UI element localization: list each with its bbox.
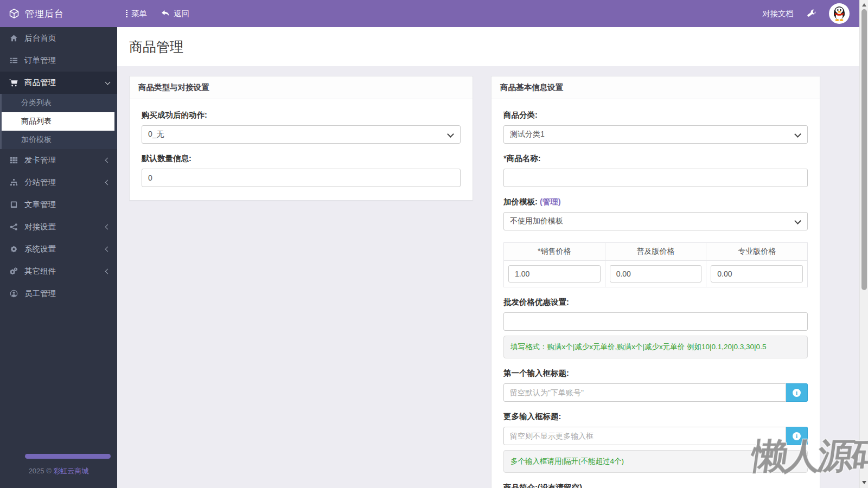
copyright-link[interactable]: 彩虹云商城 [53, 467, 88, 475]
sidebar: 后台首页 订单管理 商品管理 分类列表 商品列表 加价模板 发卡管理 [0, 27, 117, 488]
cogs-icon [9, 267, 18, 275]
first-input-title-label: 第一个输入框标题: [503, 368, 808, 378]
copyright-text: 2025 © [29, 467, 54, 475]
sidebar-item-substations[interactable]: 分站管理 [0, 171, 117, 194]
menu-button[interactable]: 菜单 [126, 9, 147, 19]
sidebar-item-label: 对接设置 [24, 222, 56, 232]
sidebar-item-cards[interactable]: 发卡管理 [0, 149, 117, 171]
selected-value: 不使用加价模板 [510, 216, 563, 226]
card-title: 商品基本信息设置 [492, 76, 820, 99]
wrench-icon[interactable] [807, 9, 816, 18]
chevron-left-icon [105, 224, 111, 230]
scroll-up-arrow-icon[interactable] [862, 3, 866, 7]
price-cell [605, 261, 706, 287]
sidebar-item-system-settings[interactable]: 系统设置 [0, 238, 117, 260]
wholesale-label: 批发价格优惠设置: [503, 297, 808, 307]
vertical-scrollbar[interactable] [859, 0, 868, 488]
sitemap-icon [9, 178, 18, 187]
pro-version-price-input[interactable] [711, 265, 803, 282]
top-header: 管理后台 菜单 返回 对接文档 [0, 0, 859, 27]
chevron-left-icon [105, 158, 111, 163]
markup-template-select[interactable]: 不使用加价模板 [503, 212, 808, 230]
sidebar-item-label: 后台首页 [24, 33, 56, 43]
info-button[interactable] [786, 383, 808, 402]
more-input-group [503, 427, 808, 445]
product-name-label: *商品名称: [503, 153, 808, 164]
sidebar-item-dashboard[interactable]: 后台首页 [0, 27, 117, 49]
sidebar-item-other-components[interactable]: 其它组件 [0, 260, 117, 282]
price-col-header: *销售价格 [504, 243, 605, 261]
chevron-down-icon [105, 79, 111, 85]
sidebar-item-products[interactable]: 商品管理 [0, 72, 117, 94]
card-body: 商品分类: 测试分类1 *商品名称: 加价模板: (管理) 不使用加价模板 *销… [492, 99, 820, 488]
back-button[interactable]: 返回 [161, 9, 189, 19]
description-label: 商品简介:(没有请留空) [503, 483, 808, 488]
wholesale-discount-input[interactable] [503, 312, 808, 331]
share-icon [9, 223, 18, 231]
top-right: 对接文档 [762, 3, 859, 24]
markup-template-label-text: 加价模板: [503, 197, 538, 206]
chevron-left-icon [105, 269, 111, 274]
grid-icon [9, 156, 18, 164]
sidebar-footer: 2025 © 彩虹云商城 [0, 454, 117, 488]
selected-value: 测试分类1 [510, 130, 545, 139]
sidebar-subitem-markup-template[interactable]: 加价模板 [2, 131, 117, 149]
manage-link[interactable]: (管理) [540, 197, 561, 206]
sidebar-subitem-product-list[interactable]: 商品列表 [2, 112, 114, 131]
more-input-title-label: 更多输入框标题: [503, 412, 808, 422]
list-icon [9, 56, 18, 65]
brand[interactable]: 管理后台 [0, 8, 117, 20]
sidebar-item-orders[interactable]: 订单管理 [0, 49, 117, 72]
top-nav: 菜单 返回 [117, 9, 762, 19]
cart-icon [9, 79, 18, 87]
sidebar-item-label: 订单管理 [24, 55, 56, 66]
sidebar-item-api-settings[interactable]: 对接设置 [0, 216, 117, 238]
first-input-title-input[interactable] [503, 383, 786, 402]
chevron-left-icon [105, 180, 111, 185]
gear-icon [9, 245, 18, 253]
card-title: 商品类型与对接设置 [130, 76, 473, 99]
price-cell [706, 261, 808, 287]
book-icon [9, 201, 18, 209]
more-input-title-input[interactable] [503, 427, 786, 445]
default-quantity-input[interactable] [142, 169, 461, 187]
content: 商品类型与对接设置 购买成功后的动作: 0_无 默认数量信息: 商品基本信息设置… [117, 66, 859, 488]
main-area: 商品管理 商品类型与对接设置 购买成功后的动作: 0_无 默认数量信息: 商品基… [117, 0, 859, 488]
docs-link[interactable]: 对接文档 [762, 9, 794, 19]
sidebar-subitem-category-list[interactable]: 分类列表 [2, 94, 117, 112]
page-title: 商品管理 [129, 38, 183, 56]
price-cell [504, 261, 605, 287]
info-button[interactable] [786, 427, 808, 445]
after-purchase-action-select[interactable]: 0_无 [142, 125, 461, 144]
sidebar-item-label: 其它组件 [24, 266, 56, 277]
menu-label: 菜单 [131, 9, 147, 19]
product-category-select[interactable]: 测试分类1 [503, 125, 808, 144]
products-submenu: 分类列表 商品列表 加价模板 [0, 94, 117, 149]
sidebar-item-staff[interactable]: 员工管理 [0, 282, 117, 305]
sidebar-item-label: 文章管理 [24, 200, 56, 210]
first-input-group [503, 383, 808, 402]
scrollbar-thumb[interactable] [861, 9, 867, 290]
product-name-input[interactable] [503, 169, 808, 187]
cube-logo-icon [9, 8, 20, 19]
chevron-left-icon [105, 247, 111, 252]
action-label: 购买成功后的动作: [142, 110, 461, 120]
sidebar-item-articles[interactable]: 文章管理 [0, 194, 117, 216]
sale-price-input[interactable] [508, 265, 601, 282]
sidebar-item-label: 商品管理 [24, 78, 56, 88]
sidebar-item-label: 发卡管理 [24, 155, 56, 165]
home-icon [9, 34, 18, 42]
wholesale-hint: 填写格式：购满x个|减少x元单价,购满x个|减少x元单价 例如10|0.1,20… [503, 336, 808, 358]
category-label: 商品分类: [503, 110, 808, 120]
card-product-type: 商品类型与对接设置 购买成功后的动作: 0_无 默认数量信息: [129, 76, 473, 201]
sidebar-item-label: 分站管理 [24, 177, 56, 188]
info-icon [793, 432, 801, 440]
qty-label: 默认数量信息: [142, 153, 461, 164]
scroll-down-arrow-icon[interactable] [862, 481, 866, 484]
basic-version-price-input[interactable] [610, 265, 702, 282]
menu-dots-icon [126, 10, 127, 17]
app-title: 管理后台 [25, 8, 64, 20]
reply-arrow-icon [161, 10, 170, 17]
selected-value: 0_无 [148, 130, 164, 139]
avatar[interactable] [829, 3, 850, 24]
